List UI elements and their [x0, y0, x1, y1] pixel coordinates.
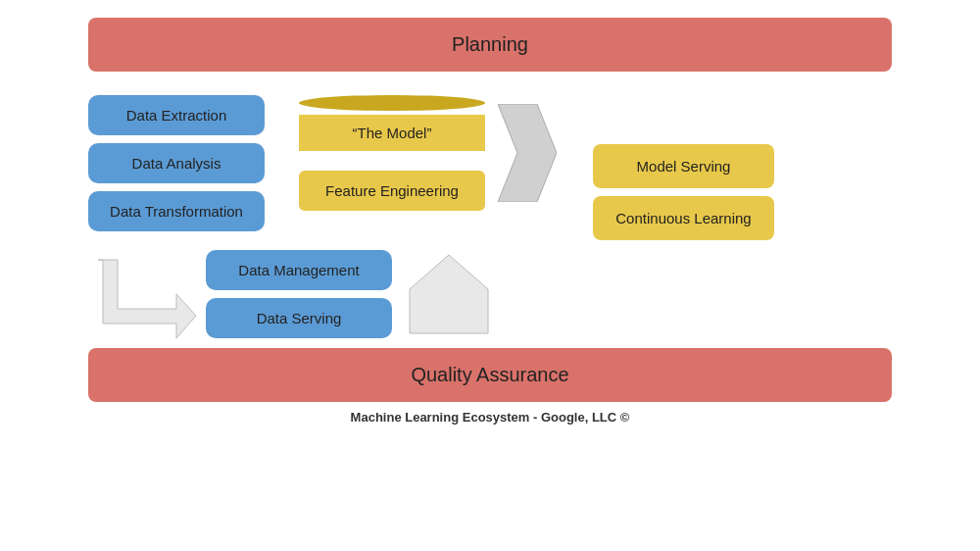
footer: Machine Learning Ecosystem - Google, LLC… — [351, 410, 630, 425]
svg-marker-1 — [498, 104, 557, 202]
page: Planning Data Extraction Data Analysis D… — [0, 0, 980, 551]
scrolls-column: “The Model” Feature Engineering — [299, 95, 485, 211]
left-column: Data Extraction Data Analysis Data Trans… — [88, 95, 279, 231]
svg-marker-3 — [410, 255, 488, 333]
chevron-wrapper — [493, 104, 562, 202]
planning-label: Planning — [452, 33, 528, 55]
footer-label: Machine Learning Ecosystem - Google, LLC… — [351, 410, 630, 425]
right-column: Model Serving Continuous Learning — [593, 144, 784, 240]
house-shape-wrapper — [400, 250, 498, 338]
feature-engineering-label: Feature Engineering — [299, 171, 485, 211]
the-model-label: “The Model” — [299, 115, 485, 151]
l-arrow-icon — [88, 250, 196, 338]
model-serving-box: Model Serving — [593, 144, 774, 188]
planning-bar: Planning — [88, 18, 892, 72]
scroll-top-curl-icon — [299, 95, 485, 111]
continuous-learning-box: Continuous Learning — [593, 196, 774, 240]
data-analysis-box: Data Analysis — [88, 143, 265, 183]
feature-engineering-scroll: Feature Engineering — [299, 171, 485, 211]
the-model-scroll: “The Model” — [299, 95, 485, 151]
data-management-box: Data Management — [206, 250, 392, 290]
center-section: “The Model” Feature Engineering — [299, 95, 583, 211]
qa-label: Quality Assurance — [411, 364, 568, 385]
data-extraction-box: Data Extraction — [88, 95, 265, 135]
chevron-icon — [498, 104, 557, 202]
l-arrow-wrapper — [88, 250, 196, 338]
bottom-section: Data Management Data Serving — [88, 250, 892, 338]
middle-section: Data Extraction Data Analysis Data Trans… — [88, 85, 892, 240]
data-serving-box: Data Serving — [206, 298, 392, 338]
data-boxes: Data Management Data Serving — [206, 250, 392, 338]
qa-bar: Quality Assurance — [88, 348, 892, 402]
svg-marker-2 — [98, 260, 196, 338]
svg-point-0 — [299, 95, 485, 111]
data-transformation-box: Data Transformation — [88, 191, 265, 231]
house-icon — [400, 250, 498, 338]
